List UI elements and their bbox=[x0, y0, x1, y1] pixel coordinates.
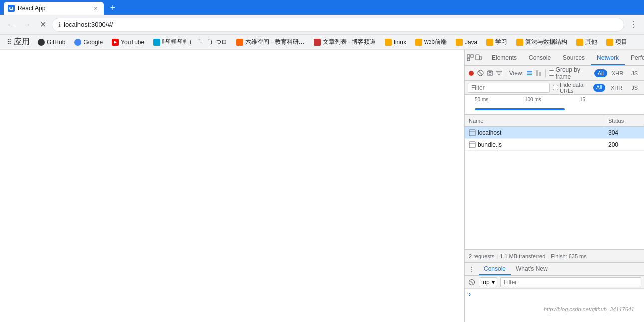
requests-count: 2 requests bbox=[469, 253, 494, 259]
bookmark-label: 哔哩哔哩（ ゜- ゜）つロ bbox=[162, 38, 227, 46]
console-tabs: ⋮ Console What's New bbox=[465, 263, 644, 276]
row-status-bundle: 200 bbox=[604, 139, 644, 150]
reload-button[interactable]: ✕ bbox=[36, 18, 50, 32]
bookmark-label: 算法与数据结构 bbox=[525, 38, 567, 46]
bookmark-label: web前端 bbox=[424, 38, 447, 46]
tab-bar: React App ✕ + bbox=[0, 0, 644, 15]
waterfall-view-button[interactable] bbox=[535, 69, 542, 78]
bookmark-linux[interactable]: linux bbox=[381, 37, 410, 48]
new-tab-button[interactable]: + bbox=[106, 1, 120, 15]
console-filter-input[interactable] bbox=[500, 277, 641, 287]
main-area: Elements Console Sources Network Perfo bbox=[0, 50, 644, 322]
filter-input[interactable] bbox=[468, 83, 550, 93]
row-status-localhost: 304 bbox=[604, 127, 644, 138]
svg-rect-3 bbox=[476, 55, 479, 60]
tab-favicon bbox=[8, 5, 15, 12]
bookmark-66wf[interactable]: 六维空间 - 教育科研… bbox=[232, 36, 309, 48]
bookmark-label: GitHub bbox=[47, 39, 65, 46]
extensions-button[interactable]: ⋮ bbox=[626, 18, 640, 32]
navigation-bar: ← → ✕ ℹ localhost:3000/#/ ⋮ bbox=[0, 15, 644, 35]
bookmark-webfront[interactable]: web前端 bbox=[411, 36, 451, 48]
finish-time: Finish: 635 ms bbox=[551, 253, 587, 259]
bookmark-github[interactable]: GitHub bbox=[34, 37, 69, 48]
svg-rect-17 bbox=[539, 72, 541, 76]
chevron-down-icon: ▾ bbox=[492, 279, 495, 286]
network-toolbar: View: Group by f bbox=[465, 66, 644, 81]
bookmark-label: Google bbox=[83, 39, 103, 46]
devtools-device-button[interactable] bbox=[475, 51, 482, 64]
bookmark-google[interactable]: Google bbox=[70, 37, 107, 48]
timeline-marker-100: 100 ms bbox=[525, 97, 541, 102]
console-context-select[interactable]: top ▾ bbox=[479, 277, 497, 287]
nav-actions: ⋮ bbox=[626, 18, 640, 32]
bookmark-study[interactable]: 学习 bbox=[482, 36, 511, 48]
filter-js-2[interactable]: JS bbox=[628, 84, 641, 92]
svg-rect-16 bbox=[536, 70, 538, 76]
console-prompt[interactable]: › bbox=[469, 291, 640, 298]
active-tab[interactable]: React App ✕ bbox=[4, 2, 104, 15]
row-name-localhost: localhost bbox=[465, 127, 604, 138]
list-view-button[interactable] bbox=[526, 69, 533, 78]
bookmark-project[interactable]: 项目 bbox=[602, 36, 631, 48]
watermark: http://blog.csdn.net/github_34117641 bbox=[544, 306, 634, 312]
tab-elements[interactable]: Elements bbox=[486, 51, 523, 65]
bookmark-csdn[interactable]: 文章列表 - 博客频道 bbox=[310, 36, 380, 48]
tab-console[interactable]: Console bbox=[523, 51, 557, 65]
filter-all-2[interactable]: All bbox=[593, 84, 605, 92]
apps-bookmark[interactable]: ⠿ 应用 bbox=[4, 35, 33, 49]
console-context-value: top bbox=[481, 279, 490, 286]
network-row-localhost[interactable]: localhost 304 bbox=[465, 127, 644, 139]
filter-js[interactable]: JS bbox=[628, 69, 641, 77]
transferred-size: 1.1 MB transferred bbox=[500, 253, 545, 259]
tab-sources[interactable]: Sources bbox=[557, 51, 591, 65]
filter-all[interactable]: All bbox=[594, 69, 607, 77]
console-no-icon[interactable] bbox=[468, 278, 476, 286]
forward-button[interactable]: → bbox=[20, 18, 34, 32]
tab-title: React App bbox=[18, 5, 89, 12]
group-by-frame-checkbox[interactable]: Group by frame bbox=[549, 66, 588, 80]
tab-close-button[interactable]: ✕ bbox=[92, 4, 100, 12]
network-table: Name Status localhost 304 bbox=[465, 115, 644, 249]
filter-xhr-2[interactable]: XHR bbox=[607, 84, 626, 92]
camera-button[interactable] bbox=[486, 69, 493, 78]
network-row-bundle[interactable]: bundle.js 200 bbox=[465, 139, 644, 151]
console-tab-console[interactable]: Console bbox=[479, 263, 511, 275]
record-button[interactable] bbox=[468, 69, 475, 78]
tab-performance[interactable]: Perfo bbox=[625, 51, 644, 65]
bookmark-label: Java bbox=[465, 39, 477, 46]
network-timeline: 50 ms 100 ms 15 bbox=[465, 95, 644, 115]
tab-network[interactable]: Network bbox=[591, 51, 625, 65]
hide-data-urls-label: Hide data URLs bbox=[560, 82, 588, 94]
svg-line-6 bbox=[479, 72, 482, 75]
devtools-inspect-button[interactable] bbox=[467, 51, 474, 64]
filter-row: Hide data URLs All XHR JS bbox=[465, 81, 644, 95]
console-body: › bbox=[465, 289, 644, 322]
filter-button[interactable] bbox=[495, 69, 502, 78]
bookmark-other[interactable]: 其他 bbox=[572, 36, 601, 48]
console-area: ⋮ Console What's New top ▾ bbox=[465, 262, 644, 322]
back-button[interactable]: ← bbox=[4, 18, 18, 32]
clear-button[interactable] bbox=[477, 69, 484, 78]
bookmark-label: 项目 bbox=[615, 38, 627, 46]
bookmark-bilibili[interactable]: 哔哩哔哩（ ゜- ゜）つロ bbox=[149, 36, 231, 48]
bookmark-algo[interactable]: 算法与数据结构 bbox=[512, 36, 571, 48]
filter-xhr[interactable]: XHR bbox=[608, 69, 627, 77]
svg-rect-9 bbox=[489, 70, 491, 71]
svg-rect-2 bbox=[471, 55, 473, 57]
bookmark-java[interactable]: Java bbox=[452, 37, 481, 48]
address-bar[interactable]: ℹ localhost:3000/#/ bbox=[52, 18, 624, 32]
svg-point-8 bbox=[489, 72, 491, 74]
row-name-bundle: bundle.js bbox=[465, 139, 604, 150]
svg-rect-7 bbox=[487, 71, 493, 75]
page-content bbox=[0, 50, 464, 322]
svg-rect-18 bbox=[469, 130, 475, 136]
bookmark-label: 六维空间 - 教育科研… bbox=[245, 38, 305, 46]
url-text: localhost:3000/#/ bbox=[64, 21, 618, 28]
apps-label: 应用 bbox=[14, 37, 30, 47]
bookmark-label: linux bbox=[394, 39, 406, 46]
bookmark-youtube[interactable]: ▶ YouTube bbox=[108, 37, 148, 48]
hide-data-urls-checkbox[interactable]: Hide data URLs bbox=[553, 82, 588, 94]
console-tab-whatsnew[interactable]: What's New bbox=[511, 263, 553, 275]
network-status-bar: 2 requests | 1.1 MB transferred | Finish… bbox=[465, 249, 644, 262]
console-menu-button[interactable]: ⋮ bbox=[467, 264, 477, 274]
